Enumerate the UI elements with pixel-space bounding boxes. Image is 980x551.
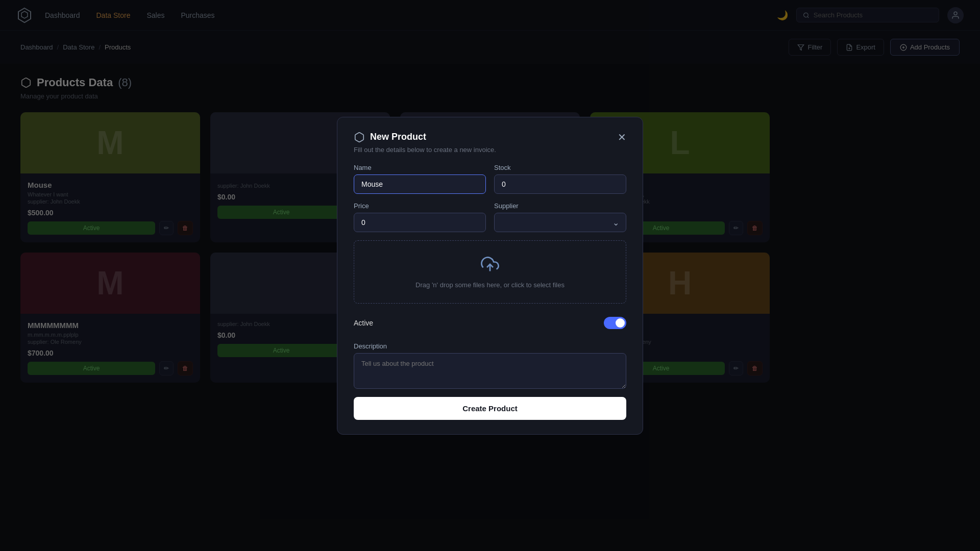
modal-overlay[interactable]: New Product ✕ Fill out the details below…	[0, 0, 980, 551]
modal-title-row: New Product	[354, 132, 426, 143]
name-input[interactable]	[354, 174, 486, 194]
price-input[interactable]	[354, 213, 486, 232]
form-group-name: Name	[354, 164, 486, 194]
modal-close-button[interactable]: ✕	[618, 132, 626, 142]
active-label: Active	[354, 319, 373, 327]
new-product-modal: New Product ✕ Fill out the details below…	[337, 117, 643, 435]
supplier-select-wrapper: John Doekk Ole Romeny	[494, 213, 626, 232]
file-dropzone[interactable]: Drag 'n' drop some files here, or click …	[354, 240, 626, 304]
form-group-supplier: Supplier John Doekk Ole Romeny	[494, 202, 626, 232]
modal-subtitle: Fill out the details below to create a n…	[354, 146, 626, 154]
description-textarea[interactable]	[354, 353, 626, 389]
stock-label: Stock	[494, 164, 626, 171]
supplier-label: Supplier	[494, 202, 626, 210]
modal-title: New Product	[370, 132, 426, 142]
supplier-select[interactable]: John Doekk Ole Romeny	[494, 213, 626, 232]
form-group-price: Price	[354, 202, 486, 232]
active-toggle[interactable]	[604, 317, 626, 329]
description-label: Description	[354, 342, 626, 350]
create-product-button[interactable]: Create Product	[354, 397, 626, 420]
stock-input[interactable]	[494, 174, 626, 194]
modal-product-icon	[354, 132, 365, 143]
name-label: Name	[354, 164, 486, 171]
modal-name-stock-row: Name Stock	[354, 164, 626, 194]
toggle-knob	[616, 318, 625, 328]
active-row: Active	[354, 312, 626, 334]
modal-header: New Product ✕	[354, 132, 626, 143]
price-label: Price	[354, 202, 486, 210]
upload-icon	[364, 255, 616, 277]
dropzone-text: Drag 'n' drop some files here, or click …	[364, 281, 616, 289]
form-group-description: Description	[354, 342, 626, 389]
form-group-stock: Stock	[494, 164, 626, 194]
modal-price-supplier-row: Price Supplier John Doekk Ole Romeny	[354, 202, 626, 232]
